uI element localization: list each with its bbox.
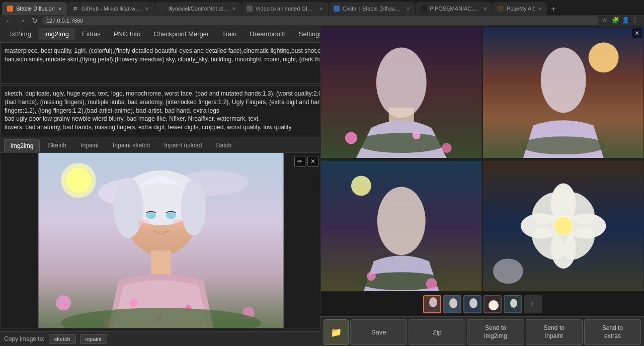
tab-batch[interactable]: Batch <box>210 139 238 152</box>
tab-close-btn[interactable]: ✕ <box>538 6 542 12</box>
tab-close-btn[interactable]: ✕ <box>58 6 62 12</box>
svg-point-34 <box>377 187 426 255</box>
gen-thumbnails-row: + <box>320 292 644 316</box>
tab-inpaint-sketch[interactable]: Inpaint sketch <box>107 139 156 152</box>
tab-bar: Stable Diffusion ✕ G GitHub - Mikubill/s… <box>0 0 644 15</box>
gen-images-grid <box>320 26 644 292</box>
nav-dreambooth[interactable]: Dreambooth <box>244 28 292 40</box>
tab-label: Civitai | Stable Diffusion model... <box>343 6 403 12</box>
tab-label: lllyasviel/ControlNet at main <box>169 6 229 12</box>
svg-point-8 <box>181 181 206 235</box>
forward-button[interactable]: → <box>17 17 27 25</box>
tab-close-btn[interactable]: ✕ <box>406 6 410 12</box>
save-button[interactable]: Save <box>350 319 407 345</box>
gen-image-3[interactable] <box>320 159 482 293</box>
gen-thumb-2[interactable] <box>443 295 461 313</box>
tab-close-btn[interactable]: ✕ <box>483 6 487 12</box>
svg-point-12 <box>173 219 185 226</box>
tab-stable-diffusion[interactable]: Stable Diffusion ✕ <box>2 2 67 15</box>
send-to-img2img-button[interactable]: Send toimg2img <box>467 319 524 345</box>
svg-point-9 <box>146 212 156 219</box>
svg-point-11 <box>137 219 149 226</box>
copy-label: Copy image to: <box>4 335 45 342</box>
svg-point-48 <box>554 217 572 235</box>
tab-github[interactable]: G GitHub - Mikubill/sd-webui-co... ✕ <box>67 2 154 15</box>
svg-point-24 <box>356 133 447 153</box>
tab-sketch[interactable]: Sketch <box>42 139 72 152</box>
svg-point-51 <box>429 297 437 307</box>
action-buttons-row: 📁 Save Zip Send toimg2img Send toinpaint… <box>320 316 644 346</box>
nav-png-info[interactable]: PNG Info <box>108 28 146 40</box>
svg-point-30 <box>540 47 586 113</box>
copy-to-inpaint-btn[interactable]: inpaint <box>80 334 107 344</box>
profile-icon[interactable]: 👤 <box>622 17 630 25</box>
tab-img2img[interactable]: img2img <box>4 139 40 152</box>
browser-chrome: Stable Diffusion ✕ G GitHub - Mikubill/s… <box>0 0 644 26</box>
image-controls: ✏ ✕ <box>294 156 318 167</box>
send-to-extras-button[interactable]: Send toextras <box>584 319 641 345</box>
svg-point-33 <box>351 176 371 196</box>
menu-icon[interactable]: ⋮ <box>632 17 640 25</box>
nav-train[interactable]: Train <box>216 28 243 40</box>
tab-posemaniacs[interactable]: P POSEMANIACS - Royalty free 3... ✕ <box>416 2 492 15</box>
copy-to-sketch-btn[interactable]: sketch <box>49 334 76 344</box>
extension-icon[interactable]: 🧩 <box>612 17 620 25</box>
tab-label: P POSEMANIACS - Royalty free 3... <box>430 6 480 12</box>
gen-thumb-4[interactable] <box>484 295 502 313</box>
nav-extras[interactable]: Extras <box>76 28 107 40</box>
svg-point-25 <box>345 132 357 144</box>
tab-label: GitHub - Mikubill/sd-webui-co... <box>82 6 142 12</box>
svg-point-22 <box>376 47 427 118</box>
gen-image-2[interactable] <box>482 26 645 159</box>
gen-thumb-3[interactable] <box>463 295 481 313</box>
zip-button[interactable]: Zip <box>409 319 465 345</box>
svg-point-7 <box>114 178 144 238</box>
tab-close-btn[interactable]: ✕ <box>319 6 323 12</box>
svg-point-29 <box>588 42 618 72</box>
svg-point-26 <box>442 143 452 153</box>
nav-img2img[interactable]: img2img <box>38 28 75 40</box>
tab-close-btn[interactable]: ✕ <box>145 6 149 12</box>
address-bar: ← → ↻ ☆ 🧩 👤 ⋮ <box>0 15 644 26</box>
folder-button[interactable]: 📁 <box>324 319 349 345</box>
tab-favicon <box>247 6 253 12</box>
upload-section[interactable]: ✏ ✕ <box>0 152 322 328</box>
tab-favicon <box>7 6 13 12</box>
tab-gif[interactable]: Video to animated GIF converter ✕ <box>242 2 328 15</box>
tab-controlnet[interactable]: lllyasviel/ControlNet at main ✕ <box>154 2 241 15</box>
gen-thumb-5[interactable] <box>504 295 522 313</box>
gen-thumb-add[interactable]: + <box>524 295 542 313</box>
tab-inpaint[interactable]: Inpaint <box>74 139 105 152</box>
new-tab-button[interactable]: + <box>547 3 559 15</box>
gen-image-4[interactable] <box>482 159 645 293</box>
svg-point-27 <box>413 131 421 139</box>
send-to-inpaint-button[interactable]: Send toinpaint <box>526 319 583 345</box>
svg-point-2 <box>66 168 91 193</box>
bookmark-icon[interactable]: ☆ <box>602 17 610 25</box>
svg-point-57 <box>489 300 499 310</box>
uploaded-image <box>1 153 321 328</box>
reload-button[interactable]: ↻ <box>30 17 39 25</box>
gen-thumb-1[interactable] <box>423 295 441 313</box>
gen-image-1[interactable] <box>320 26 482 159</box>
edit-image-btn[interactable]: ✏ <box>294 156 305 167</box>
svg-point-36 <box>367 272 376 281</box>
tab-favicon <box>421 6 427 12</box>
back-button[interactable]: ← <box>4 17 14 25</box>
svg-point-17 <box>56 295 71 310</box>
tab-label: Stable Diffusion <box>16 6 55 12</box>
close-gen-panel-btn[interactable]: ✕ <box>632 28 642 38</box>
svg-point-31 <box>520 136 606 154</box>
tab-inpaint-upload[interactable]: Inpaint upload <box>158 139 208 152</box>
svg-point-53 <box>449 298 457 308</box>
tab-civitai[interactable]: Civitai | Stable Diffusion model... ✕ <box>329 2 415 15</box>
svg-point-37 <box>426 278 437 289</box>
tab-label: Video to animated GIF converter <box>256 6 316 12</box>
svg-point-14 <box>129 299 137 307</box>
nav-checkpoint-merger[interactable]: Checkpoint Merger <box>147 28 215 40</box>
remove-image-btn[interactable]: ✕ <box>307 156 318 167</box>
nav-txt2img[interactable]: txt2img <box>4 28 37 40</box>
tab-posemy[interactable]: PoseMy.Art ✕ <box>493 2 547 15</box>
url-input[interactable] <box>42 16 599 25</box>
tab-close-btn[interactable]: ✕ <box>232 6 236 12</box>
